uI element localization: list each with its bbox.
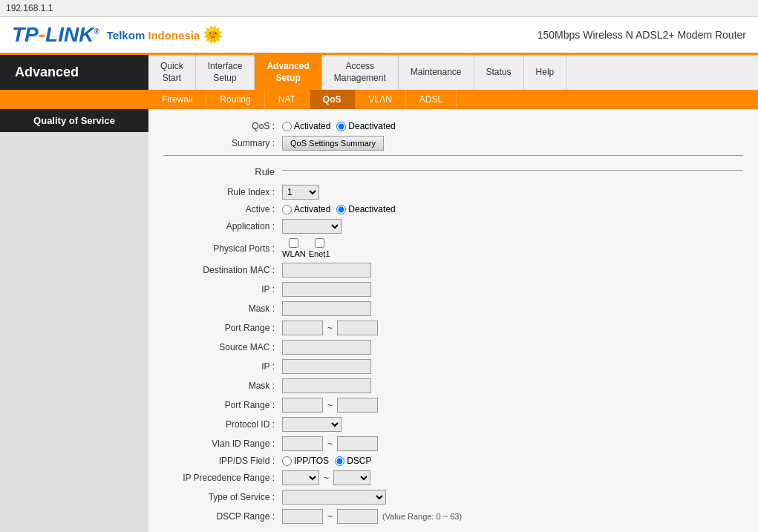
ipp-ds-radio-group: IPP/TOS DSCP: [282, 456, 743, 466]
protocol-id-row: Protocol ID :: [163, 417, 743, 432]
dscp-range-from-input[interactable]: [282, 509, 323, 524]
ipp-tos-label[interactable]: IPP/TOS: [282, 456, 329, 466]
subnav-vlan[interactable]: VLAN: [356, 90, 406, 109]
dest-port-to-input[interactable]: [337, 321, 378, 335]
summary-control: QoS Settings Summary: [282, 136, 743, 151]
address-text: 192.168.1.1: [6, 3, 53, 13]
active-radio-group: Activated Deactivated: [282, 204, 743, 214]
source-mask-input[interactable]: [282, 378, 371, 393]
active-activated-label[interactable]: Activated: [282, 204, 330, 214]
subnav-routing[interactable]: Routing: [206, 90, 264, 109]
dest-ip-control: [282, 282, 743, 297]
wlan-checkbox[interactable]: [289, 238, 298, 248]
tab-maintenance[interactable]: Maintenance: [399, 55, 474, 90]
vlan-id-to-input[interactable]: [337, 436, 378, 451]
wlan-label: WLAN: [282, 249, 306, 258]
page-header: TP-LINK® TelkomIndonesia 🌞 150Mbps Wirel…: [0, 17, 758, 55]
ipp-tos-radio[interactable]: [282, 456, 292, 466]
active-label: Active :: [163, 204, 282, 214]
dest-mac-row: Destination MAC :: [163, 263, 743, 278]
dest-mask-label: Mask :: [163, 303, 282, 314]
application-row: Application :: [163, 219, 743, 234]
dest-mac-label: Destination MAC :: [163, 265, 282, 275]
nav-left-label: Advanced: [0, 55, 148, 90]
enet1-checkbox[interactable]: [315, 238, 324, 248]
dscp-radio[interactable]: [335, 456, 344, 466]
tab-help[interactable]: Help: [524, 55, 567, 90]
type-of-service-control: [282, 490, 743, 505]
source-port-label: Port Range :: [163, 400, 282, 410]
ipp-ds-row: IPP/DS Field : IPP/TOS DSCP: [163, 456, 743, 466]
source-ip-input[interactable]: [282, 359, 371, 374]
type-of-service-select[interactable]: [282, 490, 386, 505]
source-ip-label: IP :: [163, 361, 282, 372]
dest-ip-row: IP :: [163, 282, 743, 297]
section-divider-1: [163, 155, 743, 156]
tab-quick-start[interactable]: Quick Start: [148, 55, 196, 90]
qos-activated-radio[interactable]: [282, 122, 292, 131]
application-select[interactable]: [282, 219, 342, 234]
qos-deactivated-label[interactable]: Deactivated: [336, 121, 395, 131]
source-port-tilde: ~: [327, 400, 333, 410]
dscp-range-row: DSCP Range : ~ (Value Range: 0 ~ 63): [163, 509, 743, 524]
rule-index-select[interactable]: 123: [282, 185, 319, 200]
dest-port-from-input[interactable]: [282, 321, 323, 335]
tab-status[interactable]: Status: [474, 55, 524, 90]
ipp-ds-label: IPP/DS Field :: [163, 456, 282, 466]
vlan-id-control: ~: [282, 436, 743, 451]
source-mask-label: Mask :: [163, 381, 282, 391]
qos-row: QoS : Activated Deactivated: [163, 121, 743, 131]
source-port-to-input[interactable]: [337, 398, 378, 413]
subnav-nat[interactable]: NAT: [265, 90, 310, 109]
dest-mac-input[interactable]: [282, 263, 371, 278]
tab-access-management[interactable]: Access Management: [322, 55, 399, 90]
dest-mac-control: [282, 263, 743, 278]
dest-ip-label: IP :: [163, 284, 282, 295]
protocol-id-select[interactable]: [282, 417, 342, 432]
qos-radio-group: Activated Deactivated: [282, 121, 743, 131]
enet1-label: Enet1: [309, 249, 330, 258]
tab-interface-setup[interactable]: Interface Setup: [196, 55, 255, 90]
source-port-row: Port Range : ~: [163, 398, 743, 413]
ip-precedence-to-select[interactable]: [333, 470, 370, 485]
protocol-id-control: [282, 417, 743, 432]
summary-label: Summary :: [163, 138, 282, 148]
summary-row: Summary : QoS Settings Summary: [163, 136, 743, 151]
type-of-service-label: Type of Service :: [163, 492, 282, 502]
sidebar: Quality of Service: [0, 109, 148, 532]
form-area: QoS : Activated Deactivated Su: [148, 109, 758, 532]
dest-port-label: Port Range :: [163, 323, 282, 333]
physical-ports-control: WLAN Enet1: [282, 238, 743, 258]
active-deactivated-label[interactable]: Deactivated: [336, 204, 395, 214]
ip-precedence-from-select[interactable]: [282, 470, 319, 485]
dest-mask-control: [282, 301, 743, 316]
rule-index-row: Rule Index : 123: [163, 185, 743, 200]
tab-advanced-setup[interactable]: Advanced Setup: [255, 55, 321, 90]
rule-index-control: 123: [282, 185, 743, 200]
dest-port-control: ~: [282, 321, 743, 335]
summary-button[interactable]: QoS Settings Summary: [282, 136, 384, 151]
dest-port-row: Port Range : ~: [163, 321, 743, 335]
sun-icon: 🌞: [203, 25, 223, 45]
nav-tabs: Quick Start Interface Setup Advanced Set…: [148, 55, 758, 90]
subnav-adsl[interactable]: ADSL: [406, 90, 457, 109]
source-port-from-input[interactable]: [282, 398, 323, 413]
application-control: [282, 219, 743, 234]
subnav-firewall[interactable]: Firewall: [148, 90, 206, 109]
dest-port-tilde: ~: [327, 323, 333, 333]
subnav-qos[interactable]: QoS: [310, 90, 356, 109]
dest-mask-input[interactable]: [282, 301, 371, 316]
dscp-range-label: DSCP Range :: [163, 511, 282, 522]
dest-mask-row: Mask :: [163, 301, 743, 316]
qos-deactivated-radio[interactable]: [336, 122, 346, 131]
source-mac-input[interactable]: [282, 340, 371, 355]
dest-ip-input[interactable]: [282, 282, 371, 297]
dscp-range-to-input[interactable]: [337, 509, 378, 524]
qos-activated-label[interactable]: Activated: [282, 121, 330, 131]
application-label: Application :: [163, 221, 282, 231]
active-deactivated-radio[interactable]: [336, 205, 346, 214]
active-activated-radio[interactable]: [282, 205, 292, 214]
browser-address-bar: 192.168.1.1: [0, 0, 758, 17]
vlan-id-from-input[interactable]: [282, 436, 323, 451]
dscp-label[interactable]: DSCP: [335, 456, 371, 466]
